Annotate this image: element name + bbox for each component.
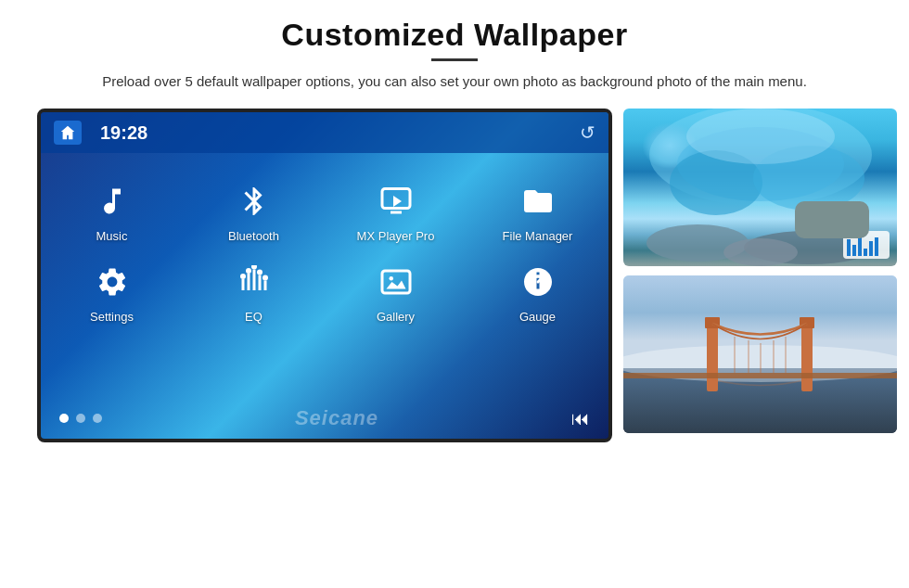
filemanager-icon: [516, 179, 560, 224]
svg-rect-6: [258, 275, 261, 291]
watermark: Seicane: [295, 406, 378, 430]
chart-bar-5: [869, 241, 873, 256]
svg-rect-28: [801, 326, 813, 391]
photo-stack: [623, 109, 897, 433]
svg-rect-3: [241, 279, 244, 290]
svg-point-8: [240, 274, 246, 279]
music-icon: [90, 179, 134, 224]
svg-rect-13: [382, 271, 410, 293]
eq-label: EQ: [245, 310, 262, 324]
car-screen: 19:28 ↺ Music: [37, 109, 612, 442]
gallery-label: Gallery: [377, 310, 415, 324]
photo-ice-cave: [623, 109, 897, 266]
dot-1: [59, 414, 69, 423]
mxplayer-label: MX Player Pro: [357, 229, 435, 243]
home-button[interactable]: [54, 121, 82, 145]
dot-2: [76, 414, 85, 423]
back-button[interactable]: ↺: [580, 121, 595, 144]
bluetooth-icon: [232, 179, 276, 224]
music-label: Music: [96, 229, 128, 243]
clock-display: 19:28: [100, 122, 147, 144]
chart-overlay: [843, 231, 890, 259]
page-description: Preload over 5 default wallpaper options…: [102, 70, 807, 92]
gauge-label: Gauge: [519, 310, 556, 324]
svg-point-9: [246, 268, 251, 274]
bluetooth-label: Bluetooth: [228, 229, 279, 243]
svg-point-23: [686, 109, 835, 164]
app-item-bluetooth[interactable]: Bluetooth: [183, 168, 325, 249]
chart-bar-3: [858, 236, 862, 256]
app-item-eq[interactable]: EQ: [183, 249, 325, 329]
app-item-music[interactable]: Music: [41, 168, 183, 249]
page-dots: [59, 414, 102, 423]
svg-point-22: [723, 238, 798, 266]
svg-point-12: [262, 275, 268, 281]
svg-marker-1: [393, 196, 402, 207]
svg-point-10: [251, 265, 257, 270]
svg-rect-4: [247, 274, 250, 290]
screen-topbar: 19:28 ↺: [41, 112, 608, 153]
content-area: 19:28 ↺ Music: [37, 109, 872, 442]
svg-rect-31: [623, 373, 897, 378]
svg-point-11: [257, 270, 262, 275]
page-wrapper: Customized Wallpaper Preload over 5 defa…: [0, 0, 909, 588]
app-item-mxplayer[interactable]: MX Player Pro: [325, 168, 467, 249]
svg-rect-27: [707, 326, 718, 391]
app-item-filemanager[interactable]: File Manager: [467, 168, 608, 249]
skip-back-button[interactable]: ⏮: [571, 408, 590, 429]
app-item-gallery[interactable]: Gallery: [325, 249, 467, 329]
app-grid: Music Bluetooth: [41, 159, 608, 339]
settings-label: Settings: [90, 310, 134, 324]
page-title: Customized Wallpaper: [281, 17, 627, 53]
filemanager-label: File Manager: [503, 229, 573, 243]
gallery-icon: [374, 260, 418, 304]
settings-icon: [90, 260, 134, 304]
chart-bar-1: [847, 239, 851, 256]
app-item-gauge[interactable]: Gauge: [467, 249, 608, 329]
dot-3: [93, 414, 102, 423]
gauge-icon: [516, 260, 560, 304]
screen-bottombar: Seicane ⏮: [41, 398, 608, 439]
chart-bar-4: [864, 249, 867, 256]
mxplayer-icon: [374, 179, 418, 224]
eq-icon: [232, 260, 276, 304]
app-item-settings[interactable]: Settings: [41, 249, 183, 329]
title-underline: [431, 58, 478, 61]
svg-point-14: [389, 276, 393, 281]
chart-bar-2: [852, 245, 856, 256]
photo-golden-gate: [623, 275, 897, 433]
chart-bar-6: [875, 237, 878, 256]
svg-rect-5: [252, 270, 255, 291]
svg-rect-7: [263, 281, 266, 291]
